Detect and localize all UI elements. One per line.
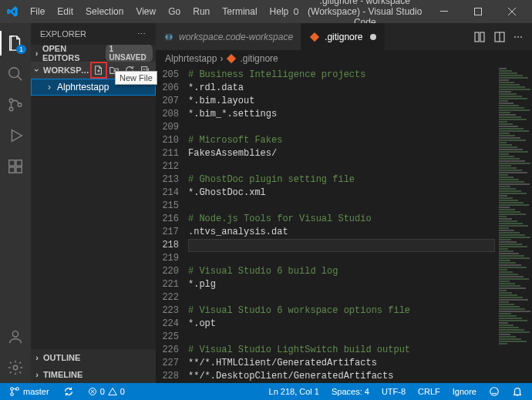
timeline-label: TIMELINE [43,370,82,379]
vscode-logo-icon [6,5,19,18]
code-line[interactable]: .ntvs_analysis.dat [188,226,495,239]
compare-changes-icon[interactable] [473,31,486,43]
menu-file[interactable]: File [25,3,50,20]
code-line[interactable]: # GhostDoc plugin setting file [188,173,495,187]
tabs-bar: workspace.code-workspace .gitignore ⋯ [156,23,532,50]
maximize-button[interactable] [461,0,495,23]
code-line[interactable] [188,252,495,265]
code-line[interactable]: # Visual Studio LightSwitch build output [188,344,495,357]
editor-scroll[interactable]: 2052062072082092102112122132142152162172… [156,67,532,383]
code-line[interactable]: *.opt [188,318,495,331]
gitignore-icon [226,53,237,64]
chevron-right-icon: › [220,53,223,64]
menu-view[interactable]: View [130,3,161,20]
code-line[interactable] [188,200,495,213]
chevron-right-icon: › [32,353,42,362]
minimap[interactable] [495,67,532,383]
chevron-right-icon: › [45,82,54,92]
code-line[interactable]: FakesAssemblies/ [188,147,495,160]
breadcrumb-segment[interactable]: Alphrtestapp [165,53,217,64]
activity-explorer[interactable]: 1 [0,28,31,59]
status-ln-col[interactable]: Ln 218, Col 1 [266,386,322,397]
svg-rect-13 [475,32,479,42]
breadcrumb-segment[interactable]: .gitignore [240,53,278,64]
close-button[interactable] [495,0,529,23]
code-line[interactable] [188,331,495,344]
menu-help[interactable]: Help [264,3,295,20]
menu-go[interactable]: Go [163,3,186,20]
status-problems[interactable]: 0 0 [85,387,128,396]
svg-point-4 [9,107,13,111]
explorer-badge: 1 [16,45,26,54]
code-line[interactable]: *.rdl.data [188,82,495,95]
code-line[interactable] [188,121,495,134]
svg-point-2 [9,68,19,78]
status-branch[interactable]: master [6,386,52,397]
split-editor-icon[interactable] [493,31,506,43]
code-content[interactable]: # Business Intelligence projects*.rdl.da… [188,67,495,383]
menu-selection[interactable]: Selection [80,3,129,20]
svg-point-20 [490,388,499,396]
code-line[interactable]: # Business Intelligence projects [188,69,495,82]
status-warnings: 0 [120,387,125,396]
more-actions-icon[interactable]: ⋯ [513,32,524,42]
outline-label: OUTLINE [43,353,80,362]
minimize-button[interactable] [427,0,461,23]
status-feedback-icon[interactable] [486,386,503,397]
activity-debug[interactable] [0,120,31,151]
folder-label: Alphrtestapp [57,82,109,92]
code-workspace-icon [163,32,174,42]
workspace-label: WORKSPACE (WORKS... [43,66,89,75]
status-encoding[interactable]: UTF-8 [379,386,409,397]
status-bell-icon[interactable] [509,386,526,397]
status-eol[interactable]: CRLF [415,386,443,397]
activity-search[interactable] [0,59,31,89]
code-line[interactable] [188,239,495,252]
sidebar-title: EXPLORER ⋯ [31,23,156,45]
open-editors-section[interactable]: › OPEN EDITORS 1 UNSAVED [31,45,156,62]
activity-account[interactable] [0,321,31,352]
timeline-section[interactable]: › TIMELINE [31,366,156,383]
status-spaces[interactable]: Spaces: 4 [328,386,372,397]
activity-scm[interactable] [0,89,31,120]
svg-rect-7 [9,167,15,173]
code-line[interactable]: *.plg [188,278,495,291]
svg-point-5 [18,103,22,107]
menu-edit[interactable]: Edit [52,3,79,20]
code-line[interactable]: # Visual Studio 6 build log [188,265,495,278]
svg-rect-14 [480,32,484,42]
menu-terminal[interactable]: Terminal [217,3,262,20]
code-line[interactable]: *.bim_*.settings [188,108,495,121]
breadcrumbs[interactable]: Alphrtestapp › .gitignore [156,50,532,67]
svg-point-3 [9,99,13,103]
code-line[interactable]: **/*.HTMLClient/GeneratedArtifacts [188,357,495,370]
code-line[interactable]: **/*.DesktopClient/GeneratedArtifacts [188,370,495,383]
menu-run[interactable]: Run [187,3,215,20]
code-line[interactable]: # Visual Studio 6 workspace options file [188,304,495,318]
line-gutter: 2052062072082092102112122132142152162172… [156,67,188,383]
status-sync[interactable] [60,386,77,397]
svg-rect-0 [440,11,448,12]
open-editors-label: OPEN EDITORS [42,45,101,62]
tab-workspace-code[interactable]: workspace.code-workspace [156,23,301,50]
unsaved-badge: 1 UNSAVED [106,45,153,62]
code-line[interactable]: # Node.js Tools for Visual Studio [188,213,495,226]
svg-rect-9 [16,160,22,166]
svg-point-16 [11,388,14,391]
tab-gitignore[interactable]: .gitignore [301,23,385,50]
status-errors: 0 [100,387,105,396]
status-language[interactable]: Ignore [450,386,480,397]
activity-settings[interactable] [0,352,31,383]
gitignore-icon [309,32,320,42]
new-file-button[interactable] [91,62,106,78]
code-line[interactable] [188,160,495,173]
outline-section[interactable]: › OUTLINE [31,349,156,366]
activity-extensions[interactable] [0,151,31,182]
chevron-right-icon: › [32,370,42,379]
svg-rect-1 [475,8,482,15]
code-line[interactable] [188,291,495,304]
code-line[interactable]: # Microsoft Fakes [188,134,495,147]
code-line[interactable]: *.GhostDoc.xml [188,187,495,200]
sidebar-more-icon[interactable]: ⋯ [137,29,146,39]
code-line[interactable]: *.bim.layout [188,95,495,108]
